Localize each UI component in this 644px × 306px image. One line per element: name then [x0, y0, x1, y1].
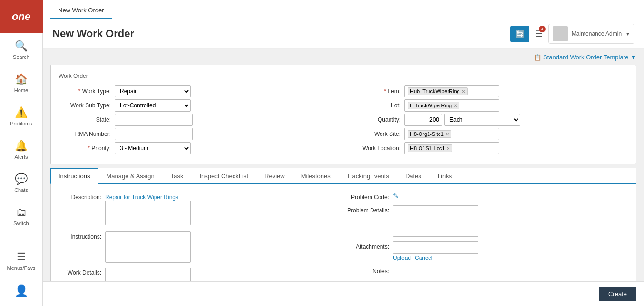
sidebar-label-problems: Problems [10, 121, 32, 126]
sidebar-item-alerts[interactable]: 🔔 Alerts [0, 133, 42, 166]
lot-tag-field[interactable]: L-TruckWiperRing ✕ [404, 99, 499, 112]
quantity-unit-select[interactable]: Each Box Case [444, 114, 520, 126]
sidebar-item-search[interactable]: 🔍 Search [0, 33, 42, 67]
top-tab-bar: New Work Order [43, 0, 644, 19]
cancel-button[interactable]: Cancel [415, 255, 432, 261]
item-tag-remove[interactable]: ✕ [461, 89, 465, 94]
sidebar-label-search: Search [13, 54, 29, 60]
upload-button[interactable]: Upload [393, 255, 411, 261]
user-dropdown[interactable]: Maintenance Admin ▼ [548, 24, 634, 44]
attachments-area: Upload Cancel [393, 241, 478, 261]
tab-dates[interactable]: Dates [397, 168, 429, 184]
quantity-label: Quantity: [348, 116, 400, 123]
section-title: Work Order [59, 73, 628, 79]
upload-cancel-area: Upload Cancel [393, 255, 478, 261]
instructions-label: Instructions: [59, 231, 101, 240]
template-label: Standard Work Order Template [543, 54, 628, 61]
lot-tag-remove[interactable]: ✕ [453, 103, 457, 108]
instructions-form: Description: Repair for Truck Wiper Ring… [59, 192, 628, 281]
work-site-tag-remove[interactable]: ✕ [445, 132, 449, 137]
work-sub-type-label: Work Sub Type: [59, 102, 111, 109]
switch-icon: 🗂 [16, 206, 27, 219]
problem-details-label: Problem Details: [346, 205, 389, 214]
sidebar-item-menus[interactable]: ☰ Menus/Favs [0, 244, 42, 277]
tab-inspect-checklist[interactable]: Inspect CheckList [191, 168, 256, 184]
work-order-section: Work Order * Work Type: Repair Maintenan… [50, 65, 636, 164]
quantity-input[interactable] [404, 114, 442, 126]
description-textarea[interactable] [105, 201, 191, 225]
tab-milestones[interactable]: Milestones [293, 168, 339, 184]
template-bar: 📋 Standard Work Order Template ▼ [50, 54, 636, 61]
header-actions: 🔄 ☰ ★ Maintenance Admin ▼ [510, 24, 634, 44]
chevron-down-icon: ▼ [625, 31, 630, 37]
tab-links[interactable]: Links [429, 168, 460, 184]
tab-review[interactable]: Review [256, 168, 293, 184]
problem-code-label: Problem Code: [346, 192, 389, 201]
work-order-form: * Work Type: Repair Maintenance Inspecti… [59, 85, 628, 156]
tab-tracking-events[interactable]: TrackingEvents [339, 168, 397, 184]
instructions-textarea[interactable] [105, 231, 191, 263]
app-logo[interactable]: one [0, 0, 43, 33]
menu-button[interactable]: ☰ ★ [535, 29, 543, 39]
work-location-row: Work Location: H8-O1S1-Loc1 ✕ [348, 142, 628, 154]
main-content: New Work Order New Work Order 🔄 ☰ ★ Main… [43, 0, 644, 306]
template-chevron-icon: ▼ [630, 54, 636, 61]
template-link[interactable]: 📋 Standard Work Order Template ▼ [534, 54, 636, 61]
work-site-tag: H8-Org1-Site1 ✕ [408, 130, 451, 138]
sidebar-item-user-avatar[interactable]: 👤 [0, 277, 42, 306]
sidebar-label-menus: Menus/Favs [7, 265, 36, 271]
create-button[interactable]: Create [599, 287, 636, 301]
notes-row: Notes: [346, 266, 628, 275]
sidebar-item-chats[interactable]: 💬 Chats [0, 166, 42, 200]
item-tag-field[interactable]: Hub_TruckWiperRing ✕ [404, 85, 499, 97]
sidebar-label-alerts: Alerts [14, 154, 28, 160]
state-row: State: [59, 114, 339, 126]
sidebar-item-problems[interactable]: ⚠️ Problems [0, 100, 42, 133]
tab-task[interactable]: Task [163, 168, 192, 184]
user-name: Maintenance Admin [572, 30, 622, 37]
work-location-tag-remove[interactable]: ✕ [446, 146, 450, 151]
rma-input[interactable] [115, 128, 193, 140]
lot-row: Lot: L-TruckWiperRing ✕ [348, 99, 628, 112]
attachments-row: Attachments: Upload Cancel [346, 241, 628, 261]
description-value: Repair for Truck Wiper Rings [105, 192, 191, 201]
priority-select[interactable]: 1 - Critical 2 - High 3 - Medium 4 - Low [115, 142, 191, 154]
tab-instructions[interactable]: Instructions [50, 168, 98, 184]
lot-label: Lot: [348, 102, 400, 109]
description-row: Description: Repair for Truck Wiper Ring… [59, 192, 341, 227]
form-right-col: * Item: Hub_TruckWiperRing ✕ Lot: [348, 85, 628, 156]
work-type-row: * Work Type: Repair Maintenance Inspecti… [59, 85, 339, 97]
form-left-col: * Work Type: Repair Maintenance Inspecti… [59, 85, 339, 156]
instructions-left: Description: Repair for Truck Wiper Ring… [59, 192, 341, 281]
work-details-textarea[interactable] [105, 268, 191, 281]
sidebar-item-home[interactable]: 🏠 Home [0, 67, 42, 100]
work-sub-type-select[interactable]: Lot-Controlled Standard [115, 99, 191, 112]
avatar [553, 26, 568, 41]
sidebar-bottom: ☰ Menus/Favs 👤 [0, 244, 42, 306]
work-type-select[interactable]: Repair Maintenance Inspection [115, 85, 191, 97]
problem-details-textarea[interactable] [393, 205, 478, 237]
sidebar-label-switch: Switch [13, 220, 29, 226]
refresh-button[interactable]: 🔄 [510, 26, 529, 42]
work-location-tag-field[interactable]: H8-O1S1-Loc1 ✕ [404, 142, 499, 154]
instructions-right: Problem Code: ✎ Problem Details: Attachm… [346, 192, 628, 281]
state-input[interactable] [115, 114, 193, 126]
alerts-icon: 🔔 [15, 140, 28, 152]
content-area: 📋 Standard Work Order Template ▼ Work Or… [43, 49, 644, 281]
work-location-label: Work Location: [348, 145, 400, 152]
sidebar-label-chats: Chats [14, 187, 28, 193]
notes-label: Notes: [346, 266, 389, 275]
sidebar-item-switch[interactable]: 🗂 Switch [0, 200, 42, 233]
work-location-tag: H8-O1S1-Loc1 ✕ [408, 144, 452, 152]
work-site-tag-field[interactable]: H8-Org1-Site1 ✕ [404, 128, 499, 140]
user-avatar-icon: 👤 [14, 284, 29, 297]
attachments-input[interactable] [393, 241, 478, 254]
top-tab-new-work-order[interactable]: New Work Order [50, 3, 112, 19]
tabs-bar: Instructions Manage & Assign Task Inspec… [50, 168, 636, 184]
description-label: Description: [59, 192, 101, 201]
quantity-row: Quantity: Each Box Case [348, 114, 628, 126]
problem-code-edit-icon[interactable]: ✎ [393, 192, 399, 200]
page-header: New Work Order 🔄 ☰ ★ Maintenance Admin ▼ [43, 19, 644, 49]
tab-manage-assign[interactable]: Manage & Assign [98, 168, 162, 184]
work-sub-type-row: Work Sub Type: Lot-Controlled Standard [59, 99, 339, 112]
